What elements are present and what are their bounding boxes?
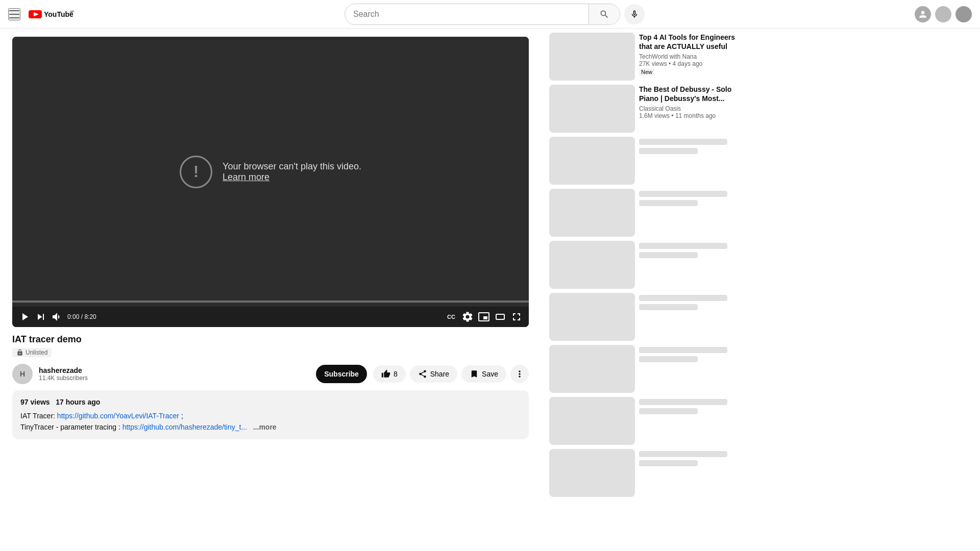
video-player: ! Your browser can't play this video. Le… xyxy=(12,37,529,327)
semicolon: ; xyxy=(179,412,183,420)
share-button[interactable]: Share xyxy=(410,365,457,383)
subscribe-button[interactable]: Subscribe xyxy=(316,365,367,383)
mic-button[interactable] xyxy=(624,4,645,24)
skeleton-line xyxy=(639,304,698,310)
sidebar-video-item-1[interactable]: Top 4 AI Tools for Engineers that are AC… xyxy=(549,33,737,81)
iat-label: IAT Tracer: xyxy=(20,412,57,420)
volume-button[interactable] xyxy=(51,311,63,323)
skeleton-item-7 xyxy=(549,449,737,497)
play-button[interactable] xyxy=(18,311,31,323)
skeleton-item-3 xyxy=(549,241,737,289)
mini-player-icon xyxy=(478,311,490,323)
like-icon xyxy=(381,369,390,379)
skip-next-icon xyxy=(35,311,47,323)
skeleton-item-1 xyxy=(549,137,737,185)
more-icon xyxy=(514,369,525,379)
fullscreen-icon xyxy=(510,311,523,323)
skeleton-line xyxy=(639,191,727,197)
skeleton-lines-6 xyxy=(639,397,737,445)
skeleton-thumb-3 xyxy=(549,241,635,289)
volume-icon xyxy=(51,311,63,323)
unlisted-badge: Unlisted xyxy=(12,348,52,357)
sidebar-channel-2: Classical Oasis xyxy=(639,105,737,112)
skeleton-thumb-1 xyxy=(549,137,635,185)
skeleton-line xyxy=(639,408,698,414)
tinytracer-line: TinyTracer - parameter tracing : https:/… xyxy=(20,421,521,433)
more-link[interactable]: ...more xyxy=(253,423,277,431)
save-label: Save xyxy=(482,370,498,378)
description-text: IAT Tracer: https://github.com/YoavLevi/… xyxy=(20,410,521,421)
header-right xyxy=(915,6,972,22)
video-player-container: ! Your browser can't play this video. Le… xyxy=(12,37,529,327)
skeleton-line xyxy=(639,252,698,258)
upload-time: 17 hours ago xyxy=(56,398,100,406)
mini-player-button[interactable] xyxy=(478,311,490,323)
header-center xyxy=(83,4,906,25)
subtitles-button[interactable]: CC xyxy=(445,311,457,323)
sidebar-video-item-2[interactable]: The Best of Debussy - Solo Piano | Debus… xyxy=(549,85,737,133)
search-bar xyxy=(345,4,620,25)
progress-bar-container[interactable] xyxy=(12,300,529,303)
avatar-2[interactable] xyxy=(935,6,951,22)
channel-name[interactable]: hasherezade xyxy=(39,366,310,374)
tinytracer-link[interactable]: https://github.com/hasherezade/tiny_t... xyxy=(122,423,247,431)
skeleton-line xyxy=(639,460,698,466)
share-label: Share xyxy=(430,370,449,378)
settings-button[interactable] xyxy=(461,311,474,323)
skip-next-button[interactable] xyxy=(35,311,47,323)
skeleton-thumb-7 xyxy=(549,449,635,497)
menu-button[interactable] xyxy=(8,8,20,20)
avatar-3[interactable] xyxy=(955,6,972,22)
header: YouTube JP xyxy=(0,0,980,29)
fullscreen-button[interactable] xyxy=(510,311,523,323)
video-section: ! Your browser can't play this video. Le… xyxy=(0,29,541,505)
skeleton-line xyxy=(639,347,727,353)
skeleton-line xyxy=(639,148,698,154)
skeleton-line xyxy=(639,295,727,301)
skeleton-line xyxy=(639,139,727,145)
theater-icon xyxy=(494,311,506,323)
skeleton-item-5 xyxy=(549,345,737,393)
account-icon xyxy=(918,9,928,19)
header-left: YouTube JP xyxy=(8,8,75,20)
skeleton-item-4 xyxy=(549,293,737,341)
theater-button[interactable] xyxy=(494,311,506,323)
skeleton-line xyxy=(639,399,727,405)
sidebar-info-2: The Best of Debussy - Solo Piano | Debus… xyxy=(639,85,737,133)
save-icon xyxy=(470,369,479,379)
settings-icon xyxy=(461,311,474,323)
main-layout: ! Your browser can't play this video. Le… xyxy=(0,29,980,505)
share-icon xyxy=(418,369,427,379)
actions-row: 8 Share Save xyxy=(373,365,529,383)
channel-info: hasherezade 11.4K subscribers xyxy=(39,366,310,382)
sidebar-info-1: Top 4 AI Tools for Engineers that are AC… xyxy=(639,33,737,81)
description-box[interactable]: 97 views 17 hours ago IAT Tracer: https:… xyxy=(12,390,529,439)
mic-icon xyxy=(630,10,639,19)
skeleton-thumb-6 xyxy=(549,397,635,445)
iat-link[interactable]: https://github.com/YoavLevi/IAT-Tracer xyxy=(57,412,179,420)
error-icon: ! xyxy=(180,156,212,188)
like-button[interactable]: 8 xyxy=(373,365,406,383)
error-message: Your browser can't play this video. xyxy=(223,161,361,172)
skeleton-lines-5 xyxy=(639,345,737,393)
channel-avatar[interactable]: H xyxy=(12,364,33,384)
like-count: 8 xyxy=(394,370,398,378)
time-display: 0:00 / 8:20 xyxy=(67,313,96,320)
avatar-button[interactable] xyxy=(915,6,931,22)
skeleton-lines-1 xyxy=(639,137,737,185)
play-icon xyxy=(18,311,31,323)
search-input[interactable] xyxy=(345,6,589,23)
learn-more-link[interactable]: Learn more xyxy=(223,172,270,182)
video-content-area: ! Your browser can't play this video. Le… xyxy=(12,37,529,307)
sidebar-thumb-2 xyxy=(549,85,635,133)
skeleton-lines-2 xyxy=(639,189,737,237)
save-button[interactable]: Save xyxy=(461,365,506,383)
sidebar-channel-1: TechWorld with Nana xyxy=(639,53,737,60)
skeleton-thumb-5 xyxy=(549,345,635,393)
search-button[interactable] xyxy=(589,4,620,24)
youtube-logo[interactable]: YouTube JP xyxy=(29,9,75,19)
unlisted-badge-text: Unlisted xyxy=(26,349,47,356)
skeleton-item-2 xyxy=(549,189,737,237)
more-options-button[interactable] xyxy=(510,365,529,383)
sidebar-badge-1: New xyxy=(639,68,654,76)
